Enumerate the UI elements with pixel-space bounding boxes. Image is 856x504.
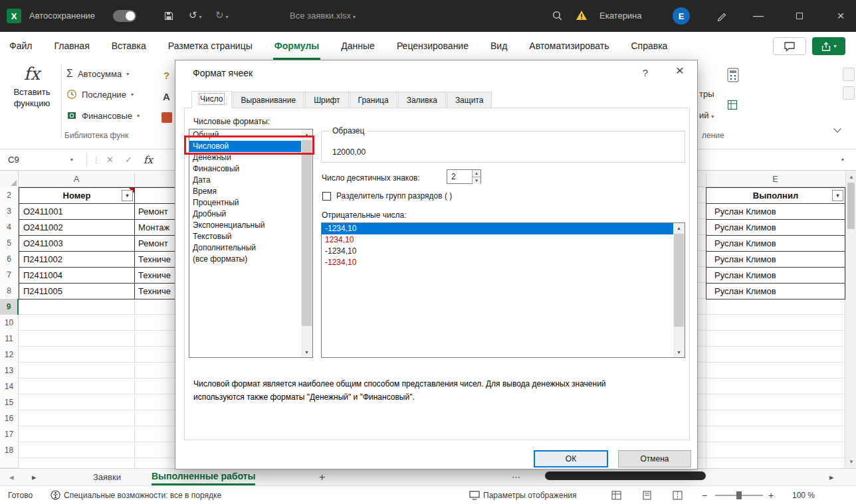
search-icon[interactable] [552,10,563,24]
calculation-options-icon[interactable] [726,67,740,86]
collapse-ribbon-icon[interactable] [833,125,841,132]
cell-e8[interactable]: Руслан Климов [706,283,845,299]
scroll-right-icon[interactable]: ▸ [829,469,834,485]
select-all-corner[interactable] [0,171,19,187]
save-icon[interactable] [163,11,174,24]
spinner-down-icon[interactable]: ▼ [473,177,481,184]
format-option-scientific[interactable]: Экспоненциальный [189,220,312,231]
negative-numbers-list[interactable]: -1234,10 1234,10 -1234,10 -1234,10 ▲ ▼ [321,222,685,358]
decimals-value[interactable]: 2 [447,170,472,183]
row-header-3[interactable]: 3 [0,203,19,220]
financial-functions-button[interactable]: Финансовые ▾ [66,110,140,121]
autosum-button[interactable]: Σ Автосумма ▾ [66,68,129,80]
expand-formula-bar-icon[interactable]: ▾ [841,149,844,170]
negative-option[interactable]: -1234,10 [322,257,685,268]
cell-e4[interactable]: Руслан Климов [706,219,845,236]
row-header-2[interactable]: 2 [0,187,19,204]
format-option-text[interactable]: Текстовый [189,231,312,242]
logical-functions-icon[interactable]: ? [158,66,175,84]
cell-b5[interactable]: Ремонт [134,235,175,252]
row-header-11[interactable]: 11 [0,331,19,347]
format-option-accounting[interactable]: Финансовый [189,163,312,175]
row-header-8[interactable]: 8 [0,283,19,299]
scroll-up-icon[interactable]: ▲ [673,223,685,233]
format-option-fraction[interactable]: Дробный [189,209,312,220]
scroll-down-icon[interactable]: ▼ [846,459,856,465]
cell-a3[interactable]: О2411001 [19,203,135,220]
row-header-9-selected[interactable]: 9 [0,299,19,315]
row-header-15[interactable]: 15 [0,394,19,411]
row-header-13[interactable]: 13 [0,363,19,379]
next-sheet-icon[interactable]: ▸ [32,469,37,485]
tab-page-layout[interactable]: Разметка страницы [167,32,254,60]
row-header-17[interactable]: 17 [0,426,19,443]
new-sheet-icon[interactable]: + [319,469,325,485]
format-option-custom[interactable]: (все форматы) [189,254,312,265]
warning-icon[interactable] [576,10,588,23]
thousands-separator-label[interactable]: Разделитель групп разрядов ( ) [336,191,452,201]
name-box[interactable]: C9 [8,149,19,170]
zoom-slider-thumb[interactable] [736,491,742,499]
row-header-12[interactable]: 12 [0,347,19,363]
zoom-in-button[interactable]: + [768,486,774,504]
tab-automate[interactable]: Автоматизировать [528,32,610,60]
cell-a7[interactable]: П2411004 [19,267,135,284]
column-header-a[interactable]: A [19,171,134,187]
vertical-scrollbar[interactable]: ▲ ▼ [845,171,856,468]
display-options-button[interactable]: Параметры отображения [469,486,577,504]
tab-review[interactable]: Рецензирование [395,32,470,60]
table-header-b-partial[interactable] [134,187,175,204]
maximize-button[interactable] [784,0,815,32]
format-option-percent[interactable]: Процентный [189,197,312,209]
scroll-thumb[interactable] [302,140,312,326]
ok-button[interactable]: ОК [534,450,608,467]
normal-view-button[interactable] [611,486,621,504]
comments-button[interactable] [773,37,806,55]
excel-logo-icon[interactable]: X [7,9,21,23]
dialog-help-icon[interactable]: ? [637,67,653,78]
thousands-separator-checkbox[interactable] [322,192,331,201]
row-header-6[interactable]: 6 [0,251,19,268]
cell-b8[interactable]: Техниче [134,283,175,299]
status-mode[interactable]: Готово [8,486,33,504]
format-list[interactable]: Общий Числовой Денежный Финансовый Дата … [189,129,313,358]
tab-file[interactable]: Файл [8,32,33,60]
table-header-number[interactable]: Номер ▾ [19,187,135,204]
filter-button[interactable]: ▾ [832,190,843,201]
decimals-spinner[interactable]: 2 ▲ ▼ [447,169,481,184]
cell-b6[interactable]: Техниче [134,251,175,268]
cell-e3[interactable]: Руслан Климов [706,203,845,220]
dialog-tab-border[interactable]: Граница [350,92,397,108]
redo-caret-icon[interactable]: ▾ [226,14,229,20]
sheet-calc-icon[interactable] [727,100,738,113]
scroll-down-icon[interactable]: ▼ [301,347,312,357]
document-title[interactable]: Все заявки.xlsx▾ [290,11,356,21]
confirm-entry-icon[interactable]: ✓ [125,149,132,170]
cell-a8[interactable]: П2411005 [19,283,135,299]
watch-window-icon[interactable] [843,68,855,81]
tab-data[interactable]: Данные [340,32,376,60]
minimize-button[interactable]: — [743,0,774,32]
cell-e5[interactable]: Руслан Климов [706,235,845,252]
table-header-done-by[interactable]: Выполнил ▾ [706,187,845,204]
cell-e6[interactable]: Руслан Климов [706,251,845,268]
recent-functions-button[interactable]: Последние ▾ [66,89,134,100]
tab-insert[interactable]: Вставка [110,32,148,60]
sheet-tab-active[interactable]: Выполненные работы [152,469,255,485]
drag-dots-icon[interactable]: ⋮ [92,149,100,170]
share-button[interactable]: ▾ [812,37,845,55]
row-header-4[interactable]: 4 [0,219,19,236]
cell-a4[interactable]: О2411002 [19,219,135,236]
spinner-up-icon[interactable]: ▲ [473,170,481,177]
tab-home[interactable]: Главная [53,32,90,60]
horizontal-scroll-thumb[interactable] [545,471,706,480]
row-header-7[interactable]: 7 [0,267,19,284]
insert-function-button[interactable]: fx Вставить функцию [4,64,60,125]
cancel-entry-icon[interactable]: ✕ [106,149,114,170]
dialog-tab-number[interactable]: Число [191,91,232,108]
sheet-tab-zayavki[interactable]: Заявки [93,469,121,485]
format-list-scrollbar[interactable]: ▲ ▼ [301,129,312,357]
row-header-5[interactable]: 5 [0,235,19,252]
datetime-functions-icon[interactable] [158,109,175,126]
pen-icon[interactable] [716,11,727,24]
